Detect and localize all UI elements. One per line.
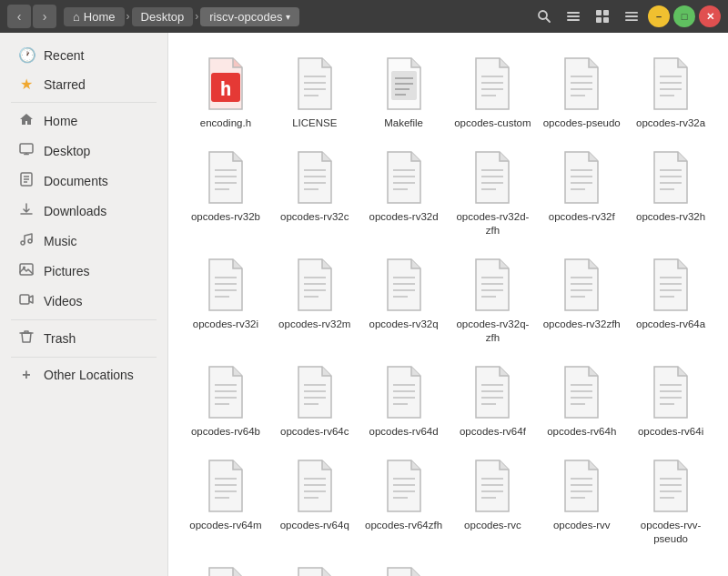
svg-rect-5 <box>596 10 602 15</box>
sidebar-item-desktop[interactable]: Desktop <box>4 136 164 166</box>
file-item-opcodes-rvv-pseudo[interactable]: opcodes-rvv-pseudo <box>628 450 713 553</box>
file-item-opcodes-rv32a[interactable]: opcodes-rv32a <box>628 47 713 137</box>
file-icon-parse_opcodes <box>291 564 339 577</box>
maximize-button[interactable]: □ <box>673 5 695 27</box>
sidebar-label-trash: Trash <box>44 331 76 346</box>
view-list-button[interactable] <box>561 4 586 29</box>
file-label-encoding-h: encoding.h <box>200 116 251 130</box>
file-label-opcodes-rv64m: opcodes-rv64m <box>189 519 261 532</box>
breadcrumb-sep-1: › <box>126 10 130 23</box>
file-label-opcodes-custom: opcodes-custom <box>454 116 531 130</box>
minimize-button[interactable]: – <box>648 5 670 27</box>
breadcrumb-folder[interactable]: riscv-opcodes ▾ <box>200 7 299 26</box>
file-item-opcodes-rv64m[interactable]: opcodes-rv64m <box>183 450 268 553</box>
file-item-opcodes-rv32c[interactable]: opcodes-rv32c <box>272 141 358 245</box>
hamburger-icon <box>624 9 639 24</box>
chevron-down-icon: ▾ <box>286 12 290 22</box>
file-item-opcodes-rv64d[interactable]: opcodes-rv64d <box>361 356 447 446</box>
svg-rect-13 <box>24 154 29 155</box>
file-item-opcodes-rv32q[interactable]: opcodes-rv32q <box>361 248 447 352</box>
breadcrumb-home[interactable]: ⌂ Home <box>64 7 125 26</box>
file-icon-opcodes-rvv-pseudo <box>647 457 694 515</box>
file-item-opcodes-rv32zfh[interactable]: opcodes-rv32zfh <box>539 248 624 352</box>
file-label-opcodes-rv64i: opcodes-rv64i <box>638 425 703 439</box>
file-icon-Makefile <box>380 55 428 113</box>
file-item-opcodes-rv32f[interactable]: opcodes-rv32f <box>539 141 624 245</box>
home-label: Home <box>84 10 116 24</box>
sidebar: 🕐 Recent ★ Starred Home De <box>0 33 168 576</box>
file-item-README-md[interactable]: M↓ README.md <box>361 557 447 577</box>
file-item-opcodes-rv64i[interactable]: opcodes-rv64i <box>628 356 713 446</box>
sidebar-label-recent: Recent <box>44 48 84 63</box>
file-icon-opcodes-rv32q <box>380 256 428 314</box>
file-item-opcodes-rv64c[interactable]: opcodes-rv64c <box>272 356 358 446</box>
sidebar-item-other-locations[interactable]: + Other Locations <box>4 361 164 389</box>
file-item-opcodes-rv32d-zfh[interactable]: opcodes-rv32d-zfh <box>450 141 536 245</box>
file-item-opcodes-rv32d[interactable]: opcodes-rv32d <box>361 141 447 245</box>
file-item-Makefile[interactable]: Makefile <box>361 47 447 137</box>
file-item-opcodes-rv32q-zfh[interactable]: opcodes-rv32q-zfh <box>450 248 536 352</box>
breadcrumb-desktop[interactable]: Desktop <box>132 7 194 26</box>
close-button[interactable]: ✕ <box>699 5 721 27</box>
search-icon <box>537 9 551 24</box>
sidebar-item-downloads[interactable]: Downloads <box>4 197 164 226</box>
menu-button[interactable] <box>619 4 644 29</box>
file-icon-opcodes-rv64d <box>380 363 428 421</box>
file-icon-opcodes-rv32h <box>647 148 694 207</box>
sidebar-item-videos[interactable]: Videos <box>4 287 164 316</box>
file-icon-opcodes-rv64a <box>647 256 694 314</box>
file-label-opcodes-rv32c: opcodes-rv32c <box>280 210 349 224</box>
file-item-encoding-h[interactable]: h encoding.h <box>183 47 268 137</box>
back-button[interactable]: ‹ <box>7 5 31 28</box>
file-item-opcodes-rv32b[interactable]: opcodes-rv32b <box>183 141 268 245</box>
file-icon-opcodes-rv64f <box>469 363 516 421</box>
file-item-opcodes-rv32i[interactable]: opcodes-rv32i <box>183 248 268 352</box>
search-button[interactable] <box>531 4 557 29</box>
file-item-opcodes-rv32m[interactable]: opcodes-rv32m <box>272 248 358 352</box>
file-label-opcodes-rv64f: opcodes-rv64f <box>460 425 526 439</box>
svg-rect-8 <box>603 17 609 23</box>
sidebar-item-pictures[interactable]: Pictures <box>4 257 164 286</box>
svg-rect-10 <box>625 15 638 17</box>
sidebar-item-documents[interactable]: Documents <box>4 167 164 196</box>
file-item-opcodes-system[interactable]: opcodes-system <box>183 557 268 577</box>
file-item-opcodes-custom[interactable]: opcodes-custom <box>450 47 536 137</box>
sidebar-item-recent[interactable]: 🕐 Recent <box>4 41 164 69</box>
file-item-parse_opcodes[interactable]: parse_opcodes <box>272 557 358 577</box>
file-item-opcodes-pseudo[interactable]: opcodes-pseudo <box>539 47 624 137</box>
file-label-opcodes-rv32d: opcodes-rv32d <box>369 210 439 224</box>
file-item-opcodes-rv64a[interactable]: opcodes-rv64a <box>628 248 713 352</box>
sidebar-item-trash[interactable]: Trash <box>4 324 164 353</box>
downloads-icon <box>18 202 35 220</box>
svg-rect-32 <box>391 71 417 100</box>
file-icon-opcodes-rv64q <box>291 457 339 515</box>
file-item-opcodes-rv64zfh[interactable]: opcodes-rv64zfh <box>361 450 447 553</box>
file-icon-opcodes-rv64zfh <box>380 457 428 515</box>
file-label-Makefile: Makefile <box>384 116 423 130</box>
file-item-opcodes-rv64b[interactable]: opcodes-rv64b <box>183 356 268 446</box>
sidebar-item-music[interactable]: Music <box>4 227 164 256</box>
plus-icon: + <box>18 367 35 383</box>
sidebar-item-home[interactable]: Home <box>4 106 164 136</box>
file-item-LICENSE[interactable]: LICENSE <box>272 47 358 137</box>
pictures-icon <box>18 262 35 280</box>
svg-line-1 <box>546 18 550 22</box>
sidebar-item-starred[interactable]: ★ Starred <box>4 70 164 98</box>
file-label-opcodes-rv32h: opcodes-rv32h <box>636 210 705 224</box>
sidebar-divider-2 <box>11 319 157 320</box>
file-icon-opcodes-rv64i <box>647 363 694 421</box>
forward-button[interactable]: › <box>33 5 56 28</box>
file-label-opcodes-rv64d: opcodes-rv64d <box>369 425 439 439</box>
file-icon-opcodes-rvc <box>469 457 516 515</box>
file-item-opcodes-rv64f[interactable]: opcodes-rv64f <box>450 356 536 446</box>
file-icon-opcodes-pseudo <box>558 55 605 113</box>
file-item-opcodes-rv32h[interactable]: opcodes-rv32h <box>628 141 713 245</box>
file-item-opcodes-rv64q[interactable]: opcodes-rv64q <box>272 450 358 553</box>
view-options-button[interactable] <box>590 4 615 29</box>
file-icon-README-md: M↓ <box>380 564 428 577</box>
file-item-opcodes-rvv[interactable]: opcodes-rvv <box>539 450 624 553</box>
file-item-opcodes-rv64h[interactable]: opcodes-rv64h <box>539 356 624 446</box>
file-item-opcodes-rvc[interactable]: opcodes-rvc <box>450 450 536 553</box>
documents-icon <box>18 172 35 190</box>
grid-view-icon <box>595 9 610 24</box>
